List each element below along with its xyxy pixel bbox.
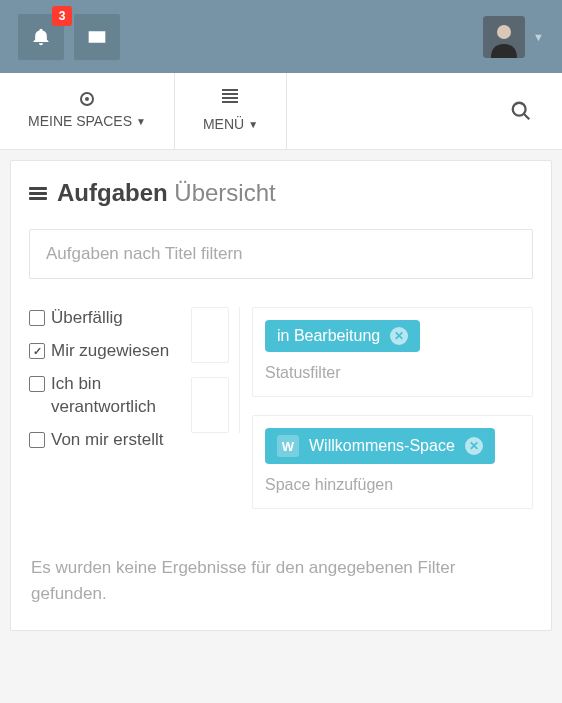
space-tag-label: Willkommens-Space [309, 437, 455, 455]
page-title: Aufgaben Übersicht [29, 179, 533, 207]
space-tag: W Willkommens-Space ✕ [265, 428, 495, 464]
checkbox-column: Überfällig Mir zugewiesen Ich bin verant… [29, 307, 179, 462]
check-assigned[interactable]: Mir zugewiesen [29, 340, 179, 363]
status-filter-group: in Bearbeitung ✕ Statusfilter [252, 307, 533, 397]
notification-badge: 3 [52, 6, 72, 26]
chevron-down-icon: ▼ [136, 116, 146, 127]
menu-bars-icon [203, 87, 258, 109]
topbar: 3 ▼ [0, 0, 562, 73]
status-tag-label: in Bearbeitung [277, 327, 380, 345]
empty-message: Es wurden keine Ergebnisse für den angeg… [29, 549, 533, 612]
envelope-icon [87, 27, 107, 47]
svg-point-1 [497, 25, 511, 39]
messages-button[interactable] [74, 14, 120, 60]
spacer-column [191, 307, 240, 433]
nav-my-spaces-label: MEINE SPACES [28, 113, 132, 129]
check-responsible[interactable]: Ich bin verantwortlich [29, 373, 179, 419]
title-bold: Aufgaben [57, 179, 168, 206]
filters-row: Überfällig Mir zugewiesen Ich bin verant… [29, 307, 533, 509]
space-filter-group: W Willkommens-Space ✕ Space hinzufügen [252, 415, 533, 509]
check-overdue[interactable]: Überfällig [29, 307, 179, 330]
status-filter-input[interactable]: Statusfilter [265, 364, 520, 382]
search-icon [510, 100, 532, 122]
title-filter-input[interactable] [29, 229, 533, 279]
remove-space-tag[interactable]: ✕ [465, 437, 483, 455]
svg-line-3 [524, 114, 530, 120]
page: Aufgaben Übersicht Überfällig Mir zugewi… [0, 150, 562, 641]
check-created[interactable]: Von mir erstellt [29, 429, 179, 452]
remove-status-tag[interactable]: ✕ [390, 327, 408, 345]
chevron-down-icon: ▼ [248, 119, 258, 130]
topbar-left: 3 [18, 14, 120, 60]
main-card: Aufgaben Übersicht Überfällig Mir zugewi… [10, 160, 552, 631]
avatar[interactable] [483, 16, 525, 58]
topbar-right: ▼ [483, 16, 544, 58]
space-tag-letter: W [277, 435, 299, 457]
bell-icon [31, 27, 51, 47]
target-icon [28, 87, 146, 106]
notifications-button[interactable]: 3 [18, 14, 64, 60]
avatar-image [483, 16, 525, 58]
spacer-box [191, 307, 229, 363]
space-filter-input[interactable]: Space hinzufügen [265, 476, 520, 494]
nav-search[interactable] [287, 73, 562, 149]
title-thin: Übersicht [174, 179, 275, 206]
nav-my-spaces[interactable]: MEINE SPACES ▼ [0, 73, 175, 149]
user-menu-caret[interactable]: ▼ [533, 31, 544, 43]
navbar: MEINE SPACES ▼ MENÜ ▼ [0, 73, 562, 150]
spacer-box [191, 377, 229, 433]
svg-point-2 [513, 103, 526, 116]
status-tag: in Bearbeitung ✕ [265, 320, 420, 352]
tags-column: in Bearbeitung ✕ Statusfilter W Willkomm… [252, 307, 533, 509]
nav-menu[interactable]: MENÜ ▼ [175, 73, 287, 149]
nav-menu-label: MENÜ [203, 116, 244, 132]
list-icon [29, 185, 47, 202]
